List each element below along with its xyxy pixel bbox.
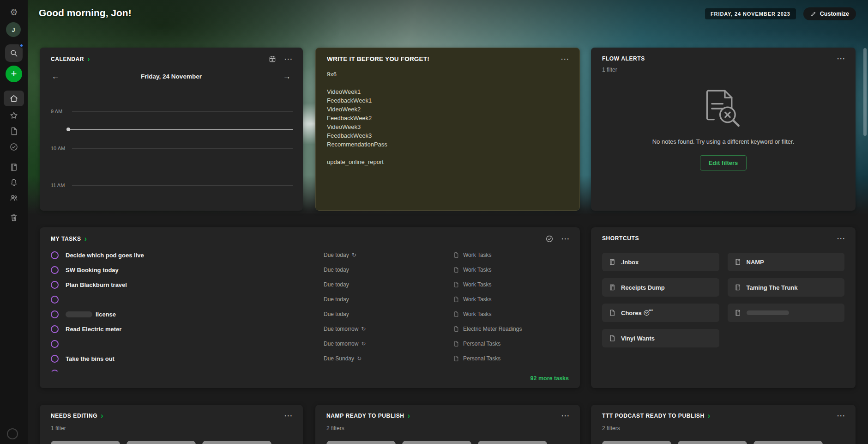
sidebar-item-shared[interactable]: [0, 192, 28, 204]
task-row[interactable]: SW Booking today Due today Work Tasks: [40, 262, 580, 277]
notebook-icon: [9, 163, 18, 172]
task-notebook[interactable]: Work Tasks: [453, 281, 569, 288]
task-row[interactable]: license Due today Work Tasks: [40, 307, 580, 322]
widget-menu-icon[interactable]: ⋯: [560, 412, 571, 419]
shortcut-item[interactable]: Chores 😴: [602, 304, 719, 322]
task-checkbox[interactable]: [51, 310, 59, 318]
shortcut-item[interactable]: Vinyl Wants: [602, 329, 719, 347]
customize-icon: [810, 11, 817, 17]
note-line: FeedbackWeek1: [327, 96, 568, 105]
task-notebook[interactable]: Work Tasks: [453, 296, 569, 303]
no-notes-found-icon: [698, 87, 749, 130]
my-tasks-menu-icon[interactable]: ⋯: [560, 235, 571, 242]
note-icon: [453, 281, 459, 288]
widget-menu-icon[interactable]: ⋯: [836, 412, 846, 419]
note-card-preview[interactable]: [478, 441, 547, 444]
note-card-preview[interactable]: [602, 441, 671, 444]
note-card-preview[interactable]: [326, 441, 396, 444]
pinned-note-widget[interactable]: WRITE IT BEFORE YOU FORGET! ⋯ 9x6 VideoW…: [315, 48, 580, 211]
note-menu-icon[interactable]: ⋯: [560, 55, 570, 62]
calendar-timeline[interactable]: 9 AM 10 AM 11 AM: [51, 48, 293, 211]
settings-icon[interactable]: ⚙: [0, 6, 28, 18]
widget-title[interactable]: NAMP READY TO PUBLISH: [326, 413, 404, 419]
shortcut-item[interactable]: .Inbox: [602, 253, 719, 271]
recurring-icon: ↻: [357, 356, 362, 361]
help-icon[interactable]: [7, 428, 18, 439]
greeting: Good morning, Jon!: [39, 7, 132, 18]
task-notebook[interactable]: Work Tasks: [453, 311, 569, 317]
note-card-preview[interactable]: [753, 441, 823, 444]
note-icon: [453, 341, 459, 347]
note-card-preview[interactable]: [678, 441, 747, 444]
note-icon: [453, 311, 459, 317]
sidebar-item-reminders[interactable]: [0, 176, 28, 189]
shortcut-label-redacted: [747, 310, 789, 315]
completed-tasks-icon[interactable]: [545, 235, 554, 243]
widget-menu-icon[interactable]: ⋯: [283, 412, 294, 419]
my-tasks-widget: MY TASKS › ⋯ Decide which pod goes live …: [40, 227, 580, 388]
sidebar-item-shortcuts[interactable]: [0, 109, 28, 122]
task-checkbox[interactable]: [51, 281, 59, 289]
shortcut-item[interactable]: NAMP: [728, 253, 845, 271]
new-note-button[interactable]: +: [6, 66, 22, 82]
chevron-right-icon: ›: [408, 412, 410, 420]
flow-alerts-menu-icon[interactable]: ⋯: [836, 55, 846, 62]
chevron-right-icon: ›: [708, 412, 710, 420]
sidebar-item-trash[interactable]: [0, 212, 28, 224]
hour-label: 11 AM: [51, 182, 72, 188]
note-icon: [453, 296, 459, 303]
shortcut-item[interactable]: Taming The Trunk: [728, 278, 845, 297]
shortcut-item[interactable]: [728, 304, 845, 322]
task-notebook[interactable]: Personal Tasks: [453, 341, 569, 347]
shortcuts-menu-icon[interactable]: ⋯: [836, 235, 846, 242]
search-button[interactable]: [5, 44, 23, 62]
sidebar-item-notes[interactable]: [0, 125, 28, 137]
note-card-preview[interactable]: [202, 441, 271, 444]
task-checkbox[interactable]: [51, 251, 59, 259]
hour-label: 9 AM: [51, 109, 72, 114]
sidebar-item-home[interactable]: [4, 91, 24, 106]
more-tasks-link[interactable]: 92 more tasks: [530, 375, 569, 382]
notification-dot: [19, 43, 24, 48]
task-notebook[interactable]: Electric Meter Readings: [453, 326, 569, 332]
widget-title[interactable]: TTT PODCAST READY TO PUBLISH: [602, 413, 705, 419]
task-row[interactable]: Due tomorrow↻ Personal Tasks: [40, 336, 580, 351]
customize-button[interactable]: Customize: [803, 7, 856, 20]
task-checkbox[interactable]: [51, 370, 59, 372]
task-notebook[interactable]: Work Tasks: [453, 267, 569, 273]
task-row[interactable]: Due today Work Tasks: [40, 292, 580, 307]
shortcut-item[interactable]: Receipts Dump: [602, 278, 719, 297]
sidebar-item-tasks[interactable]: [0, 141, 28, 153]
avatar[interactable]: J: [6, 22, 21, 37]
task-row[interactable]: Decide which pod goes live Due today↻ Wo…: [40, 248, 580, 262]
widget-filter-count: 2 filters: [591, 423, 856, 432]
task-notebook[interactable]: Personal Tasks: [453, 355, 569, 362]
task-checkbox[interactable]: [51, 325, 59, 333]
note-card-preview[interactable]: [51, 441, 120, 444]
task-due: Due Sunday↻: [324, 355, 453, 362]
note-card-preview[interactable]: [127, 441, 196, 444]
task-row[interactable]: Take the bins out Due Sunday↻ Personal T…: [40, 351, 580, 366]
task-checkbox[interactable]: [51, 340, 59, 348]
task-title: SW Booking today: [66, 267, 324, 274]
task-row[interactable]: Read Electric meter Due tomorrow↻ Electr…: [40, 322, 580, 336]
scrollbar[interactable]: [863, 48, 867, 136]
shortcuts-title: SHORTCUTS: [602, 235, 639, 242]
task-checkbox[interactable]: [51, 355, 59, 363]
task-notebook[interactable]: Work Tasks: [453, 252, 569, 258]
shortcut-label: Vinyl Wants: [621, 335, 655, 342]
task-checkbox[interactable]: [51, 266, 59, 274]
widget-title[interactable]: NEEDS EDITING: [51, 413, 97, 419]
home-icon: [9, 94, 18, 103]
note-title[interactable]: WRITE IT BEFORE YOU FORGET!: [327, 55, 429, 62]
task-checkbox[interactable]: [51, 296, 59, 304]
note-card-preview[interactable]: [402, 441, 471, 444]
edit-filters-button[interactable]: Edit filters: [700, 155, 747, 170]
task-row[interactable]: [40, 366, 580, 371]
bell-icon: [9, 178, 18, 187]
note-icon: [453, 252, 459, 258]
task-row[interactable]: Plan Blackburn travel Due today Work Tas…: [40, 277, 580, 292]
my-tasks-title[interactable]: MY TASKS: [51, 236, 81, 242]
sidebar-item-notebooks[interactable]: [0, 161, 28, 173]
note-body[interactable]: 9x6 VideoWeek1 FeedbackWeek1 VideoWeek2 …: [316, 66, 579, 170]
